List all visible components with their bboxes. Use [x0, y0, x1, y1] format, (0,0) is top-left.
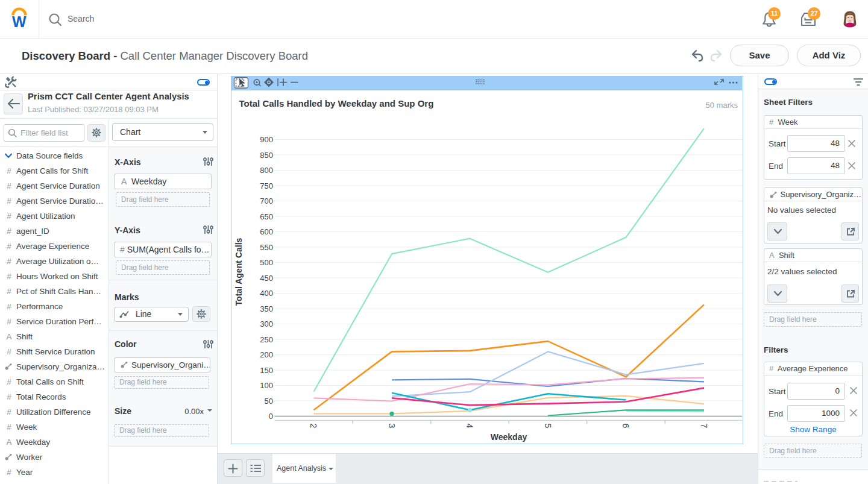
svg-text:Weekday: Weekday [491, 432, 527, 442]
svg-text:400: 400 [260, 289, 273, 298]
svg-text:Total Agent Calls: Total Agent Calls [234, 237, 244, 306]
svg-text:2: 2 [309, 424, 318, 429]
svg-text:200: 200 [260, 350, 273, 359]
svg-text:250: 250 [260, 335, 273, 344]
svg-text:W: W [12, 13, 27, 30]
svg-text:4: 4 [465, 424, 474, 429]
svg-text:500: 500 [260, 258, 273, 267]
svg-text:450: 450 [260, 274, 273, 283]
svg-text:0: 0 [269, 412, 273, 421]
svg-text:700: 700 [260, 196, 273, 206]
svg-text:600: 600 [260, 227, 273, 236]
svg-text:50: 50 [265, 397, 273, 406]
svg-text:800: 800 [260, 166, 273, 175]
svg-text:650: 650 [260, 212, 273, 221]
svg-text:150: 150 [260, 366, 273, 375]
svg-text:350: 350 [260, 304, 273, 313]
svg-text:5: 5 [543, 424, 553, 429]
svg-text:750: 750 [260, 181, 273, 190]
svg-text:550: 550 [260, 243, 273, 252]
svg-text:300: 300 [260, 319, 273, 328]
svg-text:850: 850 [260, 151, 273, 160]
svg-text:100: 100 [260, 381, 273, 390]
svg-text:900: 900 [260, 135, 273, 144]
svg-text:3: 3 [387, 424, 397, 429]
svg-text:6: 6 [621, 424, 631, 429]
svg-text:7: 7 [699, 424, 709, 429]
